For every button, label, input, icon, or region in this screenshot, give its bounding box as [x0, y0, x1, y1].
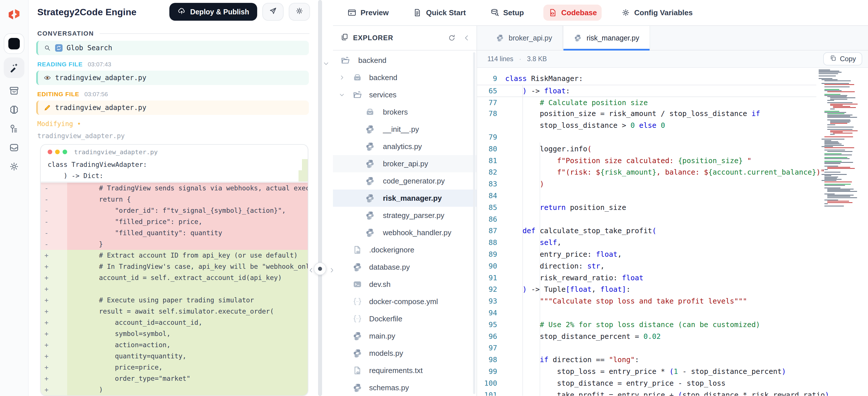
diff-overflow-fragment: [302, 159, 308, 170]
code-line: 96 stop_distance_percent = 0.02: [477, 331, 816, 343]
tree-item-services[interactable]: services: [333, 86, 476, 103]
python-icon: [365, 228, 375, 238]
archive-button[interactable]: [4, 82, 24, 100]
diff-line: - "order_id": f"tv_signal_{symbol}_{acti…: [41, 205, 308, 216]
tree-item-brokers[interactable]: brokers: [333, 103, 476, 121]
line-number: 83: [477, 178, 505, 190]
tree-item-broker_api.py[interactable]: broker_api.py: [333, 155, 476, 172]
diff-divider: [41, 182, 308, 183]
tree-item-strategy_parser.py[interactable]: strategy_parser.py: [333, 207, 476, 224]
eye-icon: [43, 74, 51, 82]
tree-item-label: database.py: [369, 263, 410, 272]
code-line: 79: [477, 131, 816, 143]
tree-item-webhook_handler.py[interactable]: webhook_handler.py: [333, 224, 476, 241]
settings-button[interactable]: [289, 3, 310, 21]
refresh-blue-icon: [55, 44, 63, 52]
copy-button[interactable]: Copy: [823, 52, 862, 65]
tree-item-label: services: [369, 90, 396, 99]
tree-item-docker-compose.yml[interactable]: docker-compose.yml: [333, 293, 476, 310]
line-number: 84: [477, 190, 505, 202]
tree-item-database.py[interactable]: database.py: [333, 258, 476, 276]
brain-button[interactable]: [4, 100, 24, 119]
chevron-right-icon[interactable]: [339, 74, 345, 81]
diff-card-header: tradingview_adapter.py: [41, 145, 308, 159]
tree-item-schemas.py[interactable]: schemas.py: [333, 379, 476, 395]
event-timestamp: 03:07:56: [84, 91, 108, 97]
tree-item-code_generator.py[interactable]: code_generator.py: [333, 172, 476, 189]
tree-item-requirements.txt[interactable]: requirements.txt: [333, 362, 476, 379]
stop-button[interactable]: [4, 33, 24, 54]
tree-item-Dockerfile[interactable]: Dockerfile: [333, 310, 476, 327]
collapse-panel-icon[interactable]: [463, 34, 471, 42]
file-eye-icon: [352, 245, 362, 255]
panel-splitter[interactable]: [318, 0, 322, 396]
code-line: 85 return position_size: [477, 202, 816, 214]
tool-call-text: tradingview_adapter.py: [55, 74, 146, 82]
code-line: 94: [477, 307, 816, 319]
tree-item-label: schemas.py: [369, 384, 409, 392]
tree-item-backend[interactable]: backend: [333, 69, 476, 86]
minimap[interactable]: [818, 69, 865, 207]
code-line: 77 # Calculate position size: [477, 96, 816, 108]
inbox-button[interactable]: [4, 139, 24, 157]
python-icon: [496, 34, 504, 42]
refresh-icon[interactable]: [448, 34, 456, 42]
tree-item-.dockerignore[interactable]: .dockerignore: [333, 241, 476, 258]
toolbar-item-quick-start[interactable]: Quick Start: [408, 5, 470, 21]
tree-item-label: __init__.py: [383, 125, 419, 134]
tree-item-backend[interactable]: backend: [333, 52, 476, 69]
splitter-drag-handle[interactable]: [314, 263, 327, 275]
line-number: 9: [477, 73, 505, 85]
tree-item-dev.sh[interactable]: dev.sh: [333, 276, 476, 293]
toolbar-item-codebase[interactable]: Codebase: [544, 5, 601, 21]
folder-open-icon: [340, 55, 350, 65]
diff-line: + price=price,: [41, 362, 308, 373]
line-number: 79: [477, 131, 505, 143]
chevron-down-icon[interactable]: [339, 92, 345, 98]
key-button[interactable]: [4, 119, 24, 138]
diff-line: + # Extract account ID from api_key (or …: [41, 250, 308, 261]
code-editor[interactable]: 9class RiskManager:65 ) -> float:77 # Ca…: [477, 68, 868, 396]
wand-button[interactable]: [4, 57, 24, 78]
toolbar-item-label: Setup: [503, 8, 524, 17]
tree-item-label: docker-compose.yml: [369, 297, 438, 306]
send-button[interactable]: [262, 3, 284, 21]
diff-line: + # In TradingView's case, api_key will …: [41, 261, 308, 272]
toolbar-item-preview[interactable]: Preview: [343, 5, 393, 21]
line-number: 97: [477, 342, 505, 354]
line-number: 94: [477, 307, 505, 319]
diff-line: + account_id = self._extract_account_id(…: [41, 272, 308, 283]
deploy-publish-label: Deploy & Publish: [190, 8, 249, 16]
tab-broker_api.py[interactable]: broker_api.py: [486, 26, 563, 50]
line-number: 92: [477, 284, 505, 296]
deploy-publish-button[interactable]: Deploy & Publish: [169, 3, 257, 21]
diff-line: - # TradingView sends signals via webhoo…: [41, 183, 308, 194]
tree-item-models.py[interactable]: models.py: [333, 344, 476, 362]
setup-icon: [490, 8, 499, 17]
code-line: 101 take_profit = entry_price + (stop_di…: [477, 389, 816, 396]
gear-button[interactable]: [4, 157, 24, 176]
line-number: 80: [477, 143, 505, 155]
explorer-scrollbar[interactable]: [473, 52, 475, 394]
cloud-upload-icon: [177, 7, 186, 17]
toolbar-item-config-variables[interactable]: Config Variables: [617, 5, 698, 21]
app-logo-icon[interactable]: [4, 5, 24, 25]
toolbar-item-setup[interactable]: Setup: [485, 5, 528, 21]
line-number: 88: [477, 237, 505, 249]
tree-item-main.py[interactable]: main.py: [333, 327, 476, 344]
tab-risk_manager.py[interactable]: risk_manager.py: [563, 26, 650, 50]
line-number: 77: [477, 97, 505, 108]
chevron-down-icon[interactable]: [322, 59, 330, 65]
python-icon: [365, 176, 375, 186]
config-gear-icon: [621, 8, 630, 17]
tree-item-label: brokers: [383, 108, 408, 117]
line-number: 91: [477, 272, 505, 284]
tree-item-analytics.py[interactable]: analytics.py: [333, 138, 476, 155]
code-line: 78 position_size = risk_amount / stop_lo…: [477, 108, 816, 120]
code-line: 98 if direction == "long":: [477, 354, 816, 366]
diff-context-line: ) -> Dict:: [41, 170, 308, 182]
tree-item-label: backend: [369, 73, 397, 82]
python-icon: [365, 211, 375, 220]
tree-item-__init__.py[interactable]: __init__.py: [333, 121, 476, 138]
tree-item-risk_manager.py[interactable]: risk_manager.py: [333, 189, 476, 207]
